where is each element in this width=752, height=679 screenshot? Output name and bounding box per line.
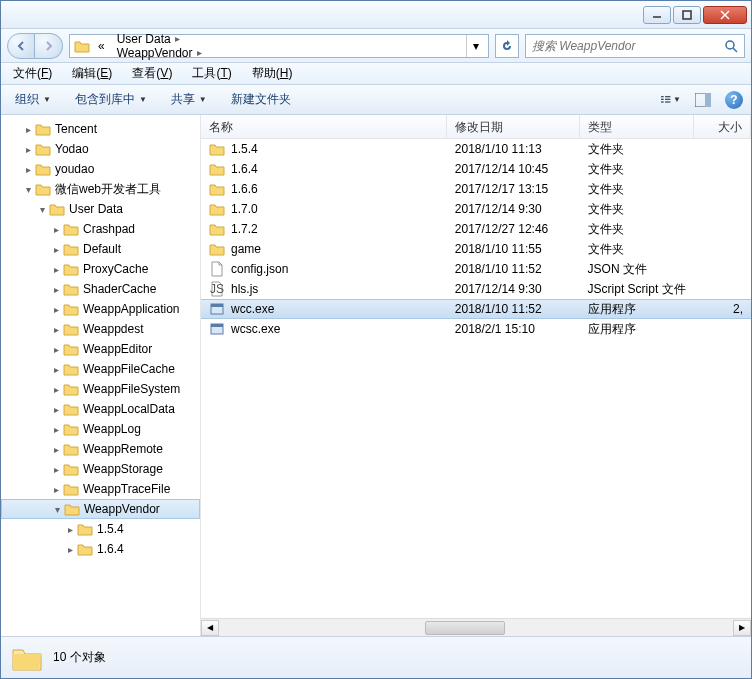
file-row[interactable]: 1.7.02017/12/14 9:30文件夹 — [201, 199, 751, 219]
tree-item[interactable]: ▾User Data — [1, 199, 200, 219]
col-date[interactable]: 修改日期 — [447, 115, 580, 138]
file-row[interactable]: game2018/1/10 11:55文件夹 — [201, 239, 751, 259]
tree-item[interactable]: ▸Crashpad — [1, 219, 200, 239]
share-button[interactable]: 共享 ▼ — [165, 88, 213, 111]
column-headers: 名称 修改日期 类型 大小 — [201, 115, 751, 139]
status-bar: 10 个对象 — [1, 636, 751, 678]
col-size[interactable]: 大小 — [694, 115, 751, 138]
scroll-right-button[interactable]: ▶ — [733, 620, 751, 636]
tree-item[interactable]: ▸Yodao — [1, 139, 200, 159]
minimize-button[interactable] — [643, 6, 671, 24]
file-row[interactable]: 1.5.42018/1/10 11:13文件夹 — [201, 139, 751, 159]
scroll-left-button[interactable]: ◀ — [201, 620, 219, 636]
tree-item[interactable]: ▸WeappStorage — [1, 459, 200, 479]
menu-h[interactable]: 帮助(H) — [248, 63, 297, 84]
preview-pane-button[interactable] — [693, 90, 713, 110]
horizontal-scrollbar[interactable]: ◀ ▶ — [201, 618, 751, 636]
search-input[interactable] — [532, 39, 724, 53]
svg-rect-10 — [665, 98, 670, 99]
svg-rect-1 — [683, 11, 691, 19]
tree-item[interactable]: ▾WeappVendor — [1, 499, 200, 519]
file-row[interactable]: 1.6.62017/12/17 13:15文件夹 — [201, 179, 751, 199]
folder-icon — [11, 644, 43, 672]
close-button[interactable] — [703, 6, 747, 24]
tree-item[interactable]: ▸WeappLog — [1, 419, 200, 439]
menu-f[interactable]: 文件(F) — [9, 63, 56, 84]
toolbar: 组织 ▼ 包含到库中 ▼ 共享 ▼ 新建文件夹 ▼ ? — [1, 85, 751, 115]
tree-item[interactable]: ▸1.6.4 — [1, 539, 200, 559]
title-bar — [1, 1, 751, 29]
newfolder-button[interactable]: 新建文件夹 — [225, 88, 297, 111]
file-row[interactable]: config.json2018/1/10 11:52JSON 文件 — [201, 259, 751, 279]
menu-v[interactable]: 查看(V) — [128, 63, 176, 84]
tree-item[interactable]: ▸WeappEditor — [1, 339, 200, 359]
tree-item[interactable]: ▸Default — [1, 239, 200, 259]
search-icon — [724, 39, 738, 53]
tree-item[interactable]: ▸youdao — [1, 159, 200, 179]
menu-e[interactable]: 编辑(E) — [68, 63, 116, 84]
file-list: 名称 修改日期 类型 大小 1.5.42018/1/10 11:13文件夹1.6… — [201, 115, 751, 636]
forward-button[interactable] — [35, 33, 63, 59]
svg-line-5 — [733, 48, 737, 52]
menu-t[interactable]: 工具(T) — [188, 63, 235, 84]
crumb-prefix[interactable]: « — [94, 39, 109, 53]
svg-rect-13 — [705, 93, 711, 107]
folder-icon — [74, 39, 90, 53]
content-area: ▸Tencent▸Yodao▸youdao▾微信web开发者工具▾User Da… — [1, 115, 751, 636]
svg-text:JS: JS — [210, 282, 224, 296]
col-name[interactable]: 名称 — [201, 115, 447, 138]
tree-item[interactable]: ▸WeappRemote — [1, 439, 200, 459]
svg-rect-7 — [661, 98, 664, 99]
file-rows[interactable]: 1.5.42018/1/10 11:13文件夹1.6.42017/12/14 1… — [201, 139, 751, 618]
view-button[interactable]: ▼ — [661, 90, 681, 110]
tree-item[interactable]: ▸WeappFileCache — [1, 359, 200, 379]
tree-item[interactable]: ▸1.5.4 — [1, 519, 200, 539]
file-row[interactable]: wcsc.exe2018/2/1 15:10应用程序 — [201, 319, 751, 339]
help-button[interactable]: ? — [725, 91, 743, 109]
address-bar[interactable]: « User Data ▸WeappVendor ▸ ▾ — [69, 34, 489, 58]
svg-rect-16 — [211, 304, 223, 307]
maximize-button[interactable] — [673, 6, 701, 24]
menu-bar: 文件(F)编辑(E)查看(V)工具(T)帮助(H) — [1, 63, 751, 85]
tree-item[interactable]: ▸Weappdest — [1, 319, 200, 339]
tree-item[interactable]: ▸ProxyCache — [1, 259, 200, 279]
file-row[interactable]: 1.7.22017/12/27 12:46文件夹 — [201, 219, 751, 239]
svg-rect-11 — [665, 101, 670, 102]
search-box[interactable] — [525, 34, 745, 58]
col-type[interactable]: 类型 — [580, 115, 694, 138]
svg-rect-6 — [661, 95, 664, 96]
tree-item[interactable]: ▸Tencent — [1, 119, 200, 139]
tree-item[interactable]: ▸WeappApplication — [1, 299, 200, 319]
status-count: 10 个对象 — [53, 649, 106, 666]
file-row[interactable]: wcc.exe2018/1/10 11:52应用程序2, — [201, 299, 751, 319]
breadcrumb-item[interactable]: WeappVendor ▸ — [113, 46, 206, 60]
include-button[interactable]: 包含到库中 ▼ — [69, 88, 153, 111]
file-row[interactable]: 1.6.42017/12/14 10:45文件夹 — [201, 159, 751, 179]
tree-item[interactable]: ▸WeappLocalData — [1, 399, 200, 419]
scroll-thumb[interactable] — [425, 621, 505, 635]
explorer-window: « User Data ▸WeappVendor ▸ ▾ 文件(F)编辑(E)查… — [0, 0, 752, 679]
svg-point-4 — [726, 41, 734, 49]
refresh-button[interactable] — [495, 34, 519, 58]
nav-bar: « User Data ▸WeappVendor ▸ ▾ — [1, 29, 751, 63]
tree-item[interactable]: ▸WeappFileSystem — [1, 379, 200, 399]
folder-tree[interactable]: ▸Tencent▸Yodao▸youdao▾微信web开发者工具▾User Da… — [1, 115, 201, 636]
tree-item[interactable]: ▸WeappTraceFile — [1, 479, 200, 499]
svg-rect-8 — [661, 101, 664, 102]
tree-item[interactable]: ▸ShaderCache — [1, 279, 200, 299]
tree-item[interactable]: ▾微信web开发者工具 — [1, 179, 200, 199]
svg-rect-9 — [665, 95, 670, 96]
svg-rect-18 — [211, 324, 223, 327]
address-dropdown[interactable]: ▾ — [466, 35, 484, 57]
back-button[interactable] — [7, 33, 35, 59]
organize-button[interactable]: 组织 ▼ — [9, 88, 57, 111]
breadcrumb-item[interactable]: User Data ▸ — [113, 32, 206, 46]
file-row[interactable]: JShls.js2017/12/14 9:30JScript Script 文件 — [201, 279, 751, 299]
